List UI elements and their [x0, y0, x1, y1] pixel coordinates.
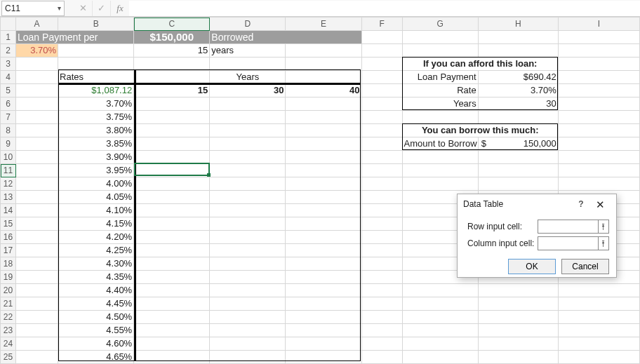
cell-C6[interactable] [134, 97, 210, 111]
cell-G3[interactable]: If you can afford this loan: [402, 58, 558, 71]
column-header-D[interactable]: D [210, 18, 286, 31]
cell-C9[interactable] [134, 137, 210, 151]
cell-B23[interactable]: 4.55% [58, 324, 134, 337]
cell-C8[interactable] [134, 124, 210, 137]
cell-B24[interactable]: 4.60% [58, 337, 134, 351]
cell-B12[interactable]: 4.00% [58, 177, 134, 191]
ok-button[interactable]: OK [508, 259, 556, 274]
row-input-cell-field[interactable] [538, 220, 598, 233]
cell-G7[interactable] [402, 111, 478, 124]
cell-B19[interactable]: 4.35% [58, 271, 134, 284]
row-header-23[interactable]: 23 [1, 324, 16, 337]
cell-D5[interactable]: 30 [210, 84, 286, 97]
row-header-17[interactable]: 17 [1, 244, 16, 257]
cell-I3[interactable] [558, 58, 639, 71]
cell-F7[interactable] [361, 111, 402, 124]
column-header-C[interactable]: C [134, 18, 210, 31]
cell-B13[interactable]: 4.05% [58, 191, 134, 204]
cell-B22[interactable]: 4.50% [58, 311, 134, 324]
cell-E6[interactable] [286, 97, 361, 111]
dialog-titlebar[interactable]: Data Table ? ✕ [458, 194, 616, 214]
cell-B14[interactable]: 4.10% [58, 204, 134, 217]
row-header-7[interactable]: 7 [1, 111, 16, 124]
row-header-9[interactable]: 9 [1, 137, 16, 151]
cell-B25[interactable]: 4.65% [58, 351, 134, 364]
cell-B7[interactable]: 3.75% [58, 111, 134, 124]
cell-B5[interactable]: $1,087.12 [58, 84, 134, 97]
cell-G2[interactable] [402, 44, 478, 58]
row-header-18[interactable]: 18 [1, 257, 16, 271]
cell-A4[interactable] [16, 71, 58, 84]
cell-G4[interactable]: Loan Payment [402, 71, 478, 84]
cell-D1[interactable]: Borrowed [210, 31, 361, 44]
fx-icon[interactable]: fx [111, 3, 129, 14]
column-header-G[interactable]: G [402, 18, 478, 31]
cell-I4[interactable] [558, 71, 639, 84]
cell-I9[interactable] [558, 137, 639, 151]
cell-A6[interactable] [16, 97, 58, 111]
cell-I2[interactable] [558, 44, 639, 58]
row-header-13[interactable]: 13 [1, 191, 16, 204]
cell-D2[interactable]: years [210, 44, 286, 58]
cell-B21[interactable]: 4.45% [58, 297, 134, 311]
cell-C5[interactable]: 15 [134, 84, 210, 97]
data-table-dialog[interactable]: Data Table ? ✕ Row input cell: ⭱ Column … [457, 194, 617, 278]
cell-G8[interactable]: You can borrow this much: [402, 124, 558, 137]
cell-C3[interactable] [134, 58, 210, 71]
cell-F8[interactable] [361, 124, 402, 137]
row-header-25[interactable]: 25 [1, 351, 16, 364]
column-input-range-picker-icon[interactable]: ⭱ [598, 237, 608, 250]
row-header-16[interactable]: 16 [1, 231, 16, 244]
cell-F1[interactable] [361, 31, 402, 44]
cell-H9[interactable]: $150,000 [478, 137, 558, 151]
cell-B11[interactable]: 3.95% [58, 164, 134, 177]
column-header-B[interactable]: B [58, 18, 134, 31]
cell-G6[interactable]: Years [402, 97, 478, 111]
cell-B9[interactable]: 3.85% [58, 137, 134, 151]
row-header-15[interactable]: 15 [1, 217, 16, 231]
cell-F2[interactable] [361, 44, 402, 58]
cell-E4[interactable] [286, 71, 361, 84]
select-all-corner[interactable] [1, 18, 16, 31]
grid-table[interactable]: A B C D E F G H I 1 Loan Payment per $15… [0, 17, 640, 364]
cell-B3[interactable] [58, 58, 134, 71]
cell-H2[interactable] [478, 44, 558, 58]
cell-B6[interactable]: 3.70% [58, 97, 134, 111]
cell-A5[interactable] [16, 84, 58, 97]
cell-B17[interactable]: 4.25% [58, 244, 134, 257]
cell-C4[interactable] [134, 71, 210, 84]
cell-C11[interactable] [134, 164, 210, 177]
cell-F5[interactable] [361, 84, 402, 97]
cell-E9[interactable] [286, 137, 361, 151]
cell-E5[interactable]: 40 [286, 84, 361, 97]
cell-B2[interactable] [58, 44, 134, 58]
cell-I6[interactable] [558, 97, 639, 111]
formula-input[interactable] [129, 1, 640, 16]
cell-A7[interactable] [16, 111, 58, 124]
worksheet-grid[interactable]: A B C D E F G H I 1 Loan Payment per $15… [0, 17, 640, 364]
row-header-2[interactable]: 2 [1, 44, 16, 58]
name-box[interactable]: C11 ▾ [1, 1, 65, 16]
name-box-dropdown-icon[interactable]: ▾ [58, 4, 61, 12]
row-header-10[interactable]: 10 [1, 151, 16, 164]
row-header-20[interactable]: 20 [1, 284, 16, 297]
cell-C2[interactable]: 15 [134, 44, 210, 58]
cell-B20[interactable]: 4.40% [58, 284, 134, 297]
row-header-24[interactable]: 24 [1, 337, 16, 351]
column-header-A[interactable]: A [16, 18, 58, 31]
cell-B15[interactable]: 4.15% [58, 217, 134, 231]
row-header-21[interactable]: 21 [1, 297, 16, 311]
row-header-1[interactable]: 1 [1, 31, 16, 44]
cell-G5[interactable]: Rate [402, 84, 478, 97]
cell-I8[interactable] [558, 124, 639, 137]
cell-H4[interactable]: $690.42 [478, 71, 558, 84]
cell-B18[interactable]: 4.30% [58, 257, 134, 271]
dialog-help-icon[interactable]: ? [573, 199, 589, 209]
cell-F6[interactable] [361, 97, 402, 111]
cell-H6[interactable]: 30 [478, 97, 558, 111]
cell-D7[interactable] [210, 111, 286, 124]
row-input-range-picker-icon[interactable]: ⭱ [598, 220, 608, 233]
cell-C1[interactable]: $150,000 [134, 31, 210, 44]
cell-A1[interactable]: Loan Payment per [16, 31, 134, 44]
cell-H1[interactable] [478, 31, 558, 44]
